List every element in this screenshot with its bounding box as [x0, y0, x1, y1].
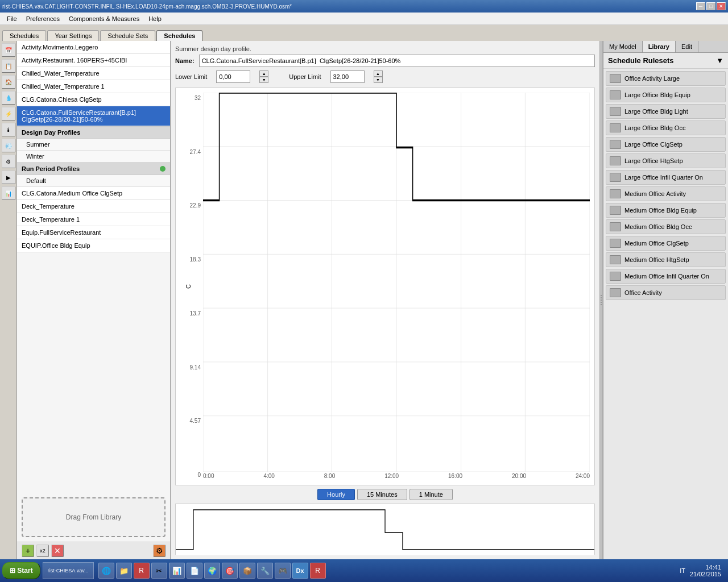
close-button[interactable]: ✕: [717, 2, 726, 10]
taskbar-icon-dx[interactable]: Dx: [292, 563, 308, 579]
list-item[interactable]: Equip.FullServiceRestaurant: [17, 226, 170, 239]
ruleset-label: Medium Office HtgSetp: [624, 256, 689, 263]
ruleset-item[interactable]: Medium Office Bldg Occ: [606, 219, 726, 234]
ruleset-item[interactable]: Medium Office Activity: [606, 186, 726, 201]
list-item[interactable]: Chilled_Water_Temperature 1: [17, 80, 170, 93]
ruleset-icon: [610, 107, 621, 116]
upper-limit-up[interactable]: ▲: [374, 70, 383, 77]
minimize-button[interactable]: ─: [696, 2, 705, 10]
maximize-button[interactable]: □: [706, 2, 715, 10]
ruleset-item[interactable]: Medium Office Bldg Equip: [606, 203, 726, 218]
start-button[interactable]: ⊞ Start: [2, 562, 40, 579]
lower-limit-down[interactable]: ▼: [259, 77, 268, 83]
taskbar-icon-r[interactable]: R: [134, 563, 150, 579]
taskbar-icon-6[interactable]: 🌍: [204, 563, 220, 579]
collapse-icon[interactable]: ▼: [716, 56, 723, 65]
right-tab-edit[interactable]: Edit: [676, 41, 698, 52]
lower-limit-spinner[interactable]: ▲ ▼: [259, 70, 268, 83]
sub-item-summer[interactable]: Summer: [17, 139, 170, 151]
ruleset-item[interactable]: Large Office Bldg Light: [606, 104, 726, 119]
action-button[interactable]: ⚙: [153, 544, 166, 557]
profile-name-row: Name:: [175, 55, 595, 67]
menu-preferences[interactable]: Preferences: [22, 14, 64, 23]
sidebar-icon-8[interactable]: ⚙: [2, 155, 15, 168]
add-button[interactable]: +: [22, 544, 34, 557]
list-item[interactable]: Deck_Temperature 1: [17, 213, 170, 226]
menu-components[interactable]: Components & Measures: [64, 14, 144, 23]
sidebar-icon-3[interactable]: 🏠: [2, 75, 15, 89]
ruleset-item[interactable]: Office Activity: [606, 285, 726, 300]
taskbar-lang: IT: [680, 567, 685, 574]
menu-help[interactable]: Help: [144, 14, 166, 23]
list-item[interactable]: Deck_Temperature: [17, 200, 170, 213]
remove-button[interactable]: ✕: [51, 544, 64, 557]
ruleset-label-office-activity: Office Activity: [624, 289, 662, 296]
taskbar-icon-2[interactable]: 📁: [116, 563, 132, 579]
sidebar-icon-4[interactable]: 💧: [2, 91, 15, 105]
menu-bar: File Preferences Components & Measures H…: [0, 13, 728, 25]
upper-limit-spinner[interactable]: ▲ ▼: [374, 70, 383, 83]
name-input[interactable]: [199, 55, 595, 67]
ruleset-item[interactable]: Medium Office Infil Quarter On: [606, 269, 726, 284]
list-item-selected[interactable]: CLG.Catona.FullServiceRestaurant[B.p1] C…: [17, 106, 170, 126]
sub-item-winter[interactable]: Winter: [17, 151, 170, 163]
ruleset-item[interactable]: Large Office HtgSetp: [606, 153, 726, 168]
upper-limit-down[interactable]: ▼: [374, 77, 383, 83]
taskbar-icon-8[interactable]: 📦: [239, 563, 255, 579]
1min-button[interactable]: 1 Minute: [410, 489, 453, 500]
sidebar-icon-9[interactable]: ▶: [2, 171, 15, 184]
list-item[interactable]: Chilled_Water_Temperature: [17, 67, 170, 80]
taskbar-icon-10[interactable]: 🎮: [275, 563, 291, 579]
taskbar-icon-7[interactable]: 🎯: [222, 563, 238, 579]
chart-plot-area: C: [203, 93, 590, 480]
list-item[interactable]: CLG.Catona.Chiesa ClgSetp: [17, 93, 170, 106]
chart-svg[interactable]: [203, 93, 590, 472]
ruleset-label: Large Office Bldg Light: [624, 108, 688, 115]
menu-file[interactable]: File: [2, 14, 22, 23]
lower-limit-up[interactable]: ▲: [259, 70, 268, 77]
schedule-rulesets-title: Schedule Rulesets: [608, 56, 674, 65]
right-tab-library[interactable]: Library: [643, 41, 676, 52]
main-chart: 32 27.4 22.9 18.3 13.7 9.14 4.57 0 C: [175, 88, 595, 485]
list-item[interactable]: EQUIP.Office Bldg Equip: [17, 239, 170, 252]
ruleset-item[interactable]: Office Activity Large: [606, 71, 726, 86]
tab-schedules-1[interactable]: Schedules: [2, 30, 46, 41]
15min-button[interactable]: 15 Minutes: [357, 489, 407, 500]
taskbar-icon-9[interactable]: 🔧: [257, 563, 273, 579]
ruleset-item[interactable]: Large Office Bldg Equip: [606, 88, 726, 102]
mini-chart[interactable]: [175, 504, 595, 555]
window-title: rist-CHIESA.vav.CAT.LIGHT-CONSTR.INFIL.S…: [2, 3, 292, 10]
tab-schedules-2[interactable]: Schedules: [156, 30, 202, 41]
sidebar-icon-2[interactable]: 📋: [2, 59, 15, 73]
lower-limit-input[interactable]: [216, 70, 250, 83]
list-item[interactable]: Activity.Movimento.Leggero: [17, 41, 170, 54]
sidebar-icon-7[interactable]: 💨: [2, 139, 15, 152]
right-panel: My Model Library Edit Schedule Rulesets …: [603, 41, 728, 559]
ruleset-item[interactable]: Medium Office ClgSetp: [606, 236, 726, 251]
sidebar-icon-6[interactable]: 🌡: [2, 123, 15, 136]
sidebar-icon-1[interactable]: 📅: [2, 43, 15, 57]
taskbar-icon-5[interactable]: 📄: [187, 563, 202, 579]
ruleset-item[interactable]: Medium Office HtgSetp: [606, 252, 726, 267]
tab-schedule-sets[interactable]: Schedule Sets: [100, 30, 155, 41]
drag-from-library[interactable]: Drag From Library: [22, 497, 166, 537]
ruleset-item[interactable]: Large Office Infil Quarter On: [606, 170, 726, 185]
taskbar-icon-3[interactable]: ✂: [151, 563, 167, 579]
right-tab-mymodel[interactable]: My Model: [603, 41, 643, 52]
sidebar-icon-5[interactable]: ⚡: [2, 107, 15, 120]
list-item[interactable]: Activity.Restaurant. 160PERS+45CIBI: [17, 54, 170, 67]
taskbar-app[interactable]: rist-CHIESA.vav...: [43, 562, 94, 579]
ruleset-item[interactable]: Large Office ClgSetp: [606, 137, 726, 152]
sub-item-default[interactable]: Default: [17, 175, 170, 187]
sidebar-icon-10[interactable]: 📊: [2, 186, 15, 200]
taskbar-icon-r2[interactable]: R: [310, 563, 326, 579]
hourly-button[interactable]: Hourly: [317, 489, 355, 500]
upper-limit-input[interactable]: [330, 70, 365, 83]
list-item[interactable]: CLG.Catona.Medium Office ClgSetp: [17, 187, 170, 200]
taskbar-icon-1[interactable]: 🌐: [98, 563, 114, 579]
copy-button[interactable]: x2: [36, 544, 49, 557]
y-axis: 32 27.4 22.9 18.3 13.7 9.14 4.57 0: [180, 93, 203, 480]
taskbar-icon-4[interactable]: 📊: [169, 563, 185, 579]
tab-year-settings[interactable]: Year Settings: [47, 30, 99, 41]
ruleset-item[interactable]: Large Office Bldg Occ Large Office Bldg …: [606, 120, 726, 135]
